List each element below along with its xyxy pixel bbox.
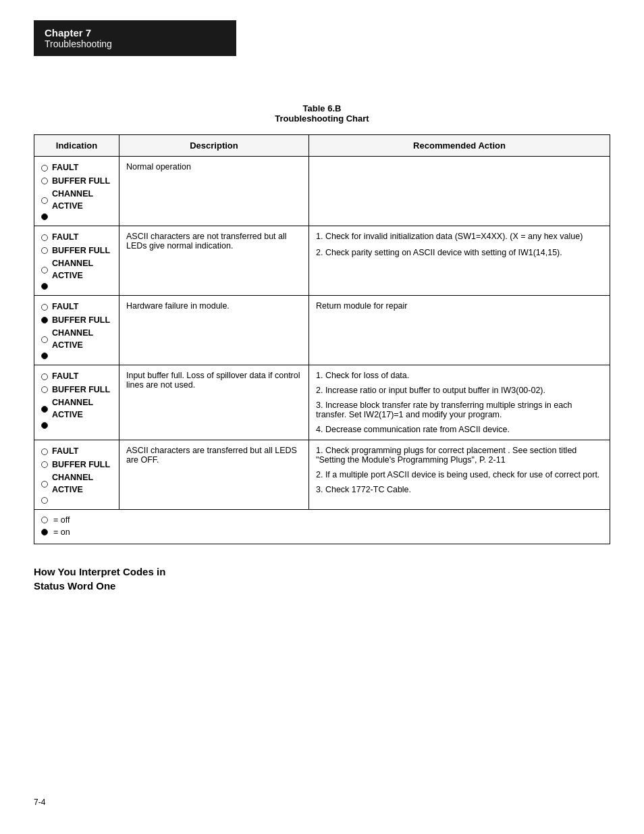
action-item: 1. Check for loss of data. [316,371,603,380]
row1-indication: FAULT BUFFER FULL CHANNEL ACTIVE [34,157,119,226]
led-channelactive-off [41,267,48,273]
chapter-label: Chapter 7 [45,27,225,38]
led-4-off [41,497,48,504]
led-4-on [41,213,48,220]
table-row: FAULT BUFFER FULL CHANNEL ACTIVE [34,440,610,510]
col-action: Recommended Action [309,135,610,157]
row2-indication: FAULT BUFFER FULL CHANNEL ACTIVE [34,226,119,296]
chapter-title: Troubleshooting [45,38,225,49]
table-name: Table 6.B [34,103,610,113]
led-bufferfull-on [41,317,48,323]
action-item: 2. If a multiple port ASCII device is be… [316,470,603,479]
table-row: FAULT BUFFER FULL CHANNEL ACTIVE [34,296,610,365]
legend-on-icon [41,529,48,536]
row5-description: ASCII characters are transferred but all… [119,440,308,510]
action-item: 1. Check programming plugs for correct p… [316,446,603,465]
action-item: 2. Check parity setting on ASCII device … [316,248,603,257]
legend-row: = off = on [34,510,610,544]
table-title-block: Table 6.B Troubleshooting Chart [34,103,610,124]
led-fault-off [41,373,48,380]
row4-description: Input buffer full. Loss of spillover dat… [119,365,308,440]
table-row: FAULT BUFFER FULL CHANNEL ACTIVE [34,226,610,296]
legend-cell: = off = on [34,510,610,544]
legend-off-icon [41,517,48,523]
row3-description: Hardware failure in module. [119,296,308,365]
row2-action: 1. Check for invalid initialization data… [309,226,610,296]
led-4-on [41,353,48,359]
table-subtitle: Troubleshooting Chart [34,113,610,124]
led-fault-off [41,165,48,172]
table-header-row: Indication Description Recommended Actio… [34,135,610,157]
table-row: FAULT BUFFER FULL CHANNEL ACTIVE [34,365,610,440]
led-channelactive-off [41,481,48,488]
row4-indication: FAULT BUFFER FULL CHANNEL ACTIVE [34,365,119,440]
row3-action: Return module for repair [309,296,610,365]
action-item: 1. Check for invalid initialization data… [316,232,603,241]
led-4-on [41,422,48,429]
led-fault-off [41,448,48,455]
led-bufferfull-off [41,386,48,393]
led-fault-off [41,304,48,311]
table-row: FAULT BUFFER FULL CHANNEL ACTIVE [34,157,610,226]
led-channelactive-off [41,197,48,204]
action-item: 4. Decrease communication rate from ASCI… [316,425,603,434]
footer-title: How You Interpret Codes in Status Word O… [34,565,610,593]
action-item: 3. Increase block transfer rate by trans… [316,400,603,419]
row5-indication: FAULT BUFFER FULL CHANNEL ACTIVE [34,440,119,510]
col-description: Description [119,135,308,157]
led-channelactive-off [41,336,48,343]
col-indication: Indication [34,135,119,157]
page-number: 7-4 [34,798,45,807]
troubleshooting-table: Indication Description Recommended Actio… [34,134,610,544]
row3-indication: FAULT BUFFER FULL CHANNEL ACTIVE [34,296,119,365]
footer-section: How You Interpret Codes in Status Word O… [34,565,610,593]
legend-off-label: = off [53,515,70,525]
led-4-on [41,283,48,290]
led-bufferfull-off [41,461,48,468]
row1-action [309,157,610,226]
led-bufferfull-off [41,178,48,184]
row5-action: 1. Check programming plugs for correct p… [309,440,610,510]
led-channelactive-on [41,406,48,413]
row2-description: ASCII characters are not transferred but… [119,226,308,296]
led-fault-off [41,234,48,241]
action-item: 3. Check 1772-TC Cable. [316,485,603,494]
legend-on-label: = on [53,527,70,537]
row1-description: Normal operation [119,157,308,226]
action-item: 2. Increase ratio or input buffer to out… [316,386,603,395]
led-bufferfull-off [41,247,48,254]
row4-action: 1. Check for loss of data. 2. Increase r… [309,365,610,440]
chapter-header: Chapter 7 Troubleshooting [34,20,236,56]
